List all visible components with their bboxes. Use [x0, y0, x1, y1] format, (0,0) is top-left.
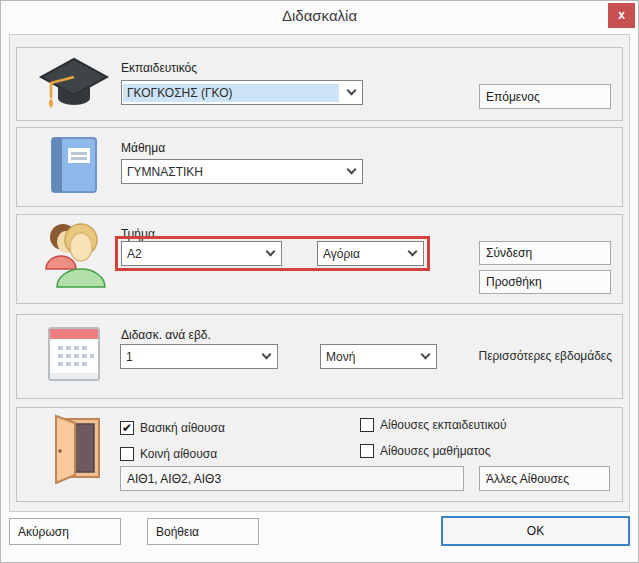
chevron-down-icon — [401, 252, 423, 255]
next-button[interactable]: Επόμενος — [479, 84, 611, 109]
chevron-down-icon — [259, 252, 281, 255]
checkbox-main-room-label: Βασική αίθουσα — [140, 421, 225, 435]
close-icon[interactable]: x — [608, 3, 635, 28]
checkbox-teacher-rooms-label: Αίθουσες εκπαιδευτικού — [380, 418, 507, 432]
teacher-label: Εκπαιδευτικός — [121, 61, 197, 75]
subgroup-select[interactable]: Αγόρια — [317, 241, 424, 266]
graduation-cap-icon — [29, 52, 119, 118]
subgroup-select-value: Αγόρια — [319, 245, 400, 263]
teaching-dialog: Διδασκαλία x Εκπαιδευτικός ΓΚΟΓΚΟΣΗΣ (ΓΚ… — [0, 0, 639, 563]
checkbox-lesson-rooms-box — [360, 444, 374, 458]
other-rooms-button[interactable]: Άλλες Αίθουσες — [479, 466, 610, 491]
section-lesson: Μάθημα ΓΥΜΝΑΣΤΙΚΗ — [16, 127, 623, 207]
checkbox-shared-room-label: Κοινή αίθουσα — [140, 447, 217, 461]
section-teacher: Εκπαιδευτικός ΓΚΟΓΚΟΣΗΣ (ΓΚΟ) Επόμενος — [16, 47, 623, 121]
chevron-down-icon — [340, 170, 362, 173]
weeks-count-value: 1 — [122, 348, 254, 366]
checkbox-teacher-rooms-box — [360, 418, 374, 432]
book-icon — [29, 132, 119, 198]
checkbox-lesson-rooms-label: Αίθουσες μαθήματος — [380, 444, 491, 458]
chevron-down-icon — [414, 355, 436, 358]
chevron-down-icon — [255, 355, 277, 358]
rooms-input[interactable] — [120, 466, 464, 491]
lesson-select[interactable]: ΓΥΜΝΑΣΤΙΚΗ — [121, 159, 363, 184]
calendar-icon — [29, 321, 119, 387]
week-type-select[interactable]: Μονή — [320, 344, 437, 369]
connect-button[interactable]: Σύνδεση — [479, 241, 611, 265]
lesson-label: Μάθημα — [121, 141, 165, 155]
more-weeks-link[interactable]: Περισσότερες εβδομάδες — [479, 349, 612, 363]
teacher-select-value: ΓΚΟΓΚΟΣΗΣ (ΓΚΟ) — [123, 84, 339, 102]
checkbox-shared-room[interactable]: Κοινή αίθουσα — [120, 447, 217, 461]
ok-button[interactable]: OK — [441, 516, 630, 546]
checkbox-main-room-box: ✔ — [120, 421, 134, 435]
title-bar: Διδασκαλία x — [1, 1, 638, 33]
cancel-button[interactable]: Ακύρωση — [9, 518, 121, 545]
checkbox-lesson-rooms[interactable]: Αίθουσες μαθήματος — [360, 444, 491, 458]
checkbox-teacher-rooms[interactable]: Αίθουσες εκπαιδευτικού — [360, 418, 507, 432]
class-select[interactable]: Α2 — [121, 241, 282, 266]
section-class: Τμήμα Α2 Αγόρια Σύνδεση Προσθήκη — [16, 214, 623, 304]
class-select-value: Α2 — [123, 245, 258, 263]
checkbox-shared-room-box — [120, 447, 134, 461]
add-button[interactable]: Προσθήκη — [479, 270, 611, 294]
weeks-count-select[interactable]: 1 — [120, 344, 278, 369]
section-weeks: Διδασκ. ανά εβδ. 1 Μονή Περισσότερες εβδ… — [16, 314, 623, 399]
content-panel: Εκπαιδευτικός ΓΚΟΓΚΟΣΗΣ (ΓΚΟ) Επόμενος Μ… — [9, 34, 630, 512]
dialog-title: Διδασκαλία — [1, 1, 638, 31]
lesson-select-value: ΓΥΜΝΑΣΤΙΚΗ — [123, 163, 339, 181]
students-icon — [29, 221, 119, 287]
checkbox-main-room[interactable]: ✔ Βασική αίθουσα — [120, 421, 225, 435]
teacher-select[interactable]: ΓΚΟΓΚΟΣΗΣ (ΓΚΟ) — [121, 80, 363, 105]
week-type-value: Μονή — [322, 348, 413, 366]
section-rooms: ✔ Βασική αίθουσα Κοινή αίθουσα Αίθουσες … — [16, 407, 623, 502]
door-icon — [29, 416, 119, 482]
weeks-label: Διδασκ. ανά εβδ. — [121, 328, 211, 342]
chevron-down-icon — [340, 91, 362, 94]
help-button[interactable]: Βοήθεια — [147, 518, 259, 545]
